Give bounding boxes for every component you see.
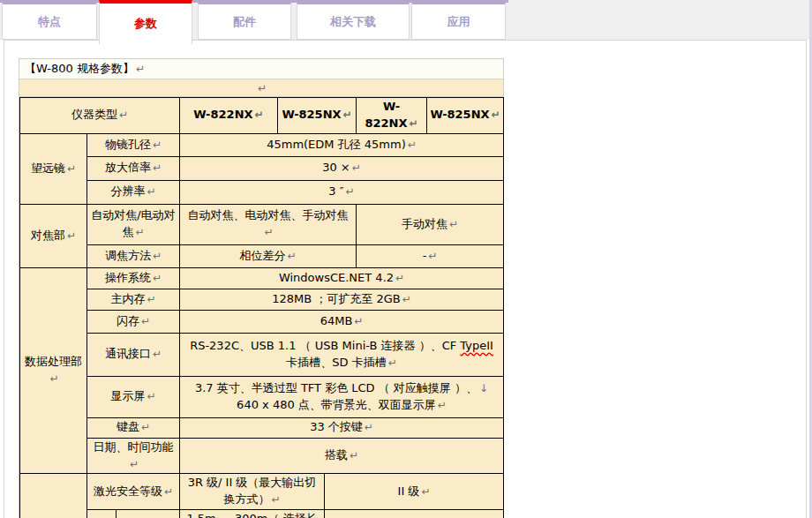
table-row: 测↵ 免棱镜↵ 1.5m ～ 300m（ 选择长距离 ）↵ -↵ xyxy=(20,510,504,518)
row-value: 3R 级/ II 级（最大输出切换方式）↵ xyxy=(180,474,325,510)
comm-text-spellcheck: TypeII xyxy=(460,339,493,352)
return-mark: ↵ xyxy=(147,390,155,402)
return-mark: ↵ xyxy=(255,109,264,121)
row-label: 主内存↵ xyxy=(87,289,180,310)
table-row: 仪器类型↵ W-822NX↵ W-825NX↵ W-822NX↵ W-825NX… xyxy=(20,98,504,134)
table-row: 主内存↵ 128MB ；可扩充至 2GB↵ xyxy=(20,289,504,310)
row-value: 128MB ；可扩充至 2GB↵ xyxy=(180,289,504,310)
table-row: 闪存↵ 64MB↵ xyxy=(20,310,504,333)
row-value: 1.5m ～ 300m（ 选择长距离 ）↵ xyxy=(180,510,325,518)
row-value: 64MB↵ xyxy=(180,310,504,333)
return-mark: ↵ xyxy=(67,229,76,242)
table-row: 日期、时间功能↵ 搭载↵ xyxy=(20,438,504,474)
tab-accessories[interactable]: 配件 xyxy=(198,2,291,40)
row-value: 33 个按键↵ xyxy=(180,417,504,438)
return-mark: ↵ xyxy=(365,421,373,433)
return-mark: ↵ xyxy=(153,161,162,174)
table-row: 通讯接口↵ RS-232C、USB 1.1 （ USB Mini-B 连接器 ）… xyxy=(20,333,504,376)
model-header: W-822NX↵ xyxy=(180,98,278,134)
return-mark: ↵ xyxy=(402,293,411,305)
tab-label: 应用 xyxy=(447,14,470,30)
return-mark: ↵ xyxy=(492,109,500,121)
comm-text-post: 卡插槽、SD 卡插槽 xyxy=(286,356,386,369)
return-mark: ↵ xyxy=(164,485,173,498)
return-mark: ↵ xyxy=(428,250,437,262)
row-value: 自动对焦、电动对焦、手动对焦↵ xyxy=(180,204,357,244)
table-row: 分辨率↵ 3 ″↵ xyxy=(20,180,504,204)
return-mark: ↵ xyxy=(408,139,417,151)
return-mark: ↵ xyxy=(119,109,128,121)
group-label-edm xyxy=(20,474,87,518)
display-line2: 640 x 480 点、带背景光、双面显示屏↵ xyxy=(183,397,500,414)
return-mark: ↵ xyxy=(287,250,296,262)
return-mark: ↵ xyxy=(153,139,162,151)
tab-downloads[interactable]: 相关下载 xyxy=(297,2,410,40)
row-value: -↵ xyxy=(357,244,504,267)
row-value: 30 ×↵ xyxy=(180,156,504,180)
return-mark: ↵ xyxy=(147,185,155,198)
row-value: 相位差分↵ xyxy=(180,244,357,267)
row-label: 显示屏↵ xyxy=(87,376,180,417)
row-value: 45mm(EDM 孔径 45mm)↵ xyxy=(180,133,504,156)
return-mark: ↵ xyxy=(147,293,155,305)
row-value: RS-232C、USB 1.1 （ USB Mini-B 连接器 ）、CF Ty… xyxy=(180,333,504,376)
group-label-range: 测↵ xyxy=(87,510,117,518)
return-mark: ↵ xyxy=(141,421,150,433)
tab-label: 参数 xyxy=(134,16,157,32)
tab-label: 相关下载 xyxy=(330,14,376,30)
return-mark: ↵ xyxy=(388,357,397,369)
return-mark: ↵ xyxy=(258,82,267,94)
return-mark: ↵ xyxy=(354,315,363,327)
row-label: 日期、时间功能↵ xyxy=(87,438,180,474)
row-label: 调焦方法↵ xyxy=(87,244,180,267)
spec-table-title-text: 【W-800 规格参数】↵ xyxy=(25,61,145,77)
tab-applications[interactable]: 应用 xyxy=(411,2,506,40)
comm-text-pre: RS-232C、USB 1.1 （ USB Mini-B 连接器 ）、CF xyxy=(190,339,460,352)
return-mark: ↵ xyxy=(350,449,358,462)
row-label: 闪存↵ xyxy=(87,310,180,333)
row-value: -↵ xyxy=(325,510,504,518)
paragraph-mark: ↵ xyxy=(256,81,267,94)
spec-table-container: 【W-800 规格参数】↵ ↵ 仪器类型↵ W-822NX↵ W-825NX↵ … xyxy=(19,58,504,518)
row-label: 放大倍率↵ xyxy=(87,156,180,180)
table-row: 放大倍率↵ 30 ×↵ xyxy=(20,156,504,180)
table-row: 调焦方法↵ 相位差分↵ -↵ xyxy=(20,244,504,267)
row-label: 免棱镜↵ xyxy=(117,510,180,518)
tab-parameters[interactable]: 参数 xyxy=(99,0,192,44)
instrument-type-header: 仪器类型↵ xyxy=(20,98,180,134)
return-mark: ↵ xyxy=(153,250,162,262)
model-header: W-825NX↵ xyxy=(278,98,357,134)
spec-table: 仪器类型↵ W-822NX↵ W-825NX↵ W-822NX↵ W-825NX… xyxy=(19,97,504,518)
table-row: 键盘↵ 33 个按键↵ xyxy=(20,417,504,438)
group-label-data-processing: 数据处理部↵ xyxy=(20,267,87,474)
return-mark: ↵ xyxy=(449,218,458,230)
group-label-telescope: 望远镜↵ xyxy=(20,133,87,204)
return-mark: ↵ xyxy=(130,458,139,470)
return-mark: ↵ xyxy=(352,161,361,174)
row-label: 分辨率↵ xyxy=(87,180,180,204)
return-mark: ↵ xyxy=(141,315,150,327)
row-label: 激光安全等级↵ xyxy=(87,474,180,510)
return-mark: ↵ xyxy=(153,348,162,360)
row-value: WindowsCE.NET 4.2↵ xyxy=(180,267,504,289)
return-mark: ↵ xyxy=(343,109,352,121)
return-mark: ↵ xyxy=(136,63,145,75)
return-mark: ↵ xyxy=(410,117,418,130)
return-mark: ↵ xyxy=(264,226,273,238)
row-value: 搭载↵ xyxy=(180,438,504,474)
return-mark: ↵ xyxy=(67,162,76,175)
page: { "marks": {"return": "↵", "linebreak": … xyxy=(0,0,812,518)
row-label: 通讯接口↵ xyxy=(87,333,180,376)
model-header: W-825NX↵ xyxy=(427,98,504,134)
return-mark: ↵ xyxy=(271,493,280,506)
return-mark: ↵ xyxy=(153,272,162,284)
tab-features[interactable]: 特点 xyxy=(2,2,97,40)
table-row: 数据处理部↵ 操作系统↵ WindowsCE.NET 4.2↵ xyxy=(20,267,504,289)
return-mark: ↵ xyxy=(395,272,404,284)
tab-label: 特点 xyxy=(38,14,61,30)
model-header: W-822NX↵ xyxy=(357,98,427,134)
return-mark: ↵ xyxy=(135,226,144,238)
row-label: 自动对焦/电动对焦↵ xyxy=(87,204,180,244)
row-value: II 级↵ xyxy=(325,474,504,510)
row-value: 手动对焦↵ xyxy=(357,204,504,244)
